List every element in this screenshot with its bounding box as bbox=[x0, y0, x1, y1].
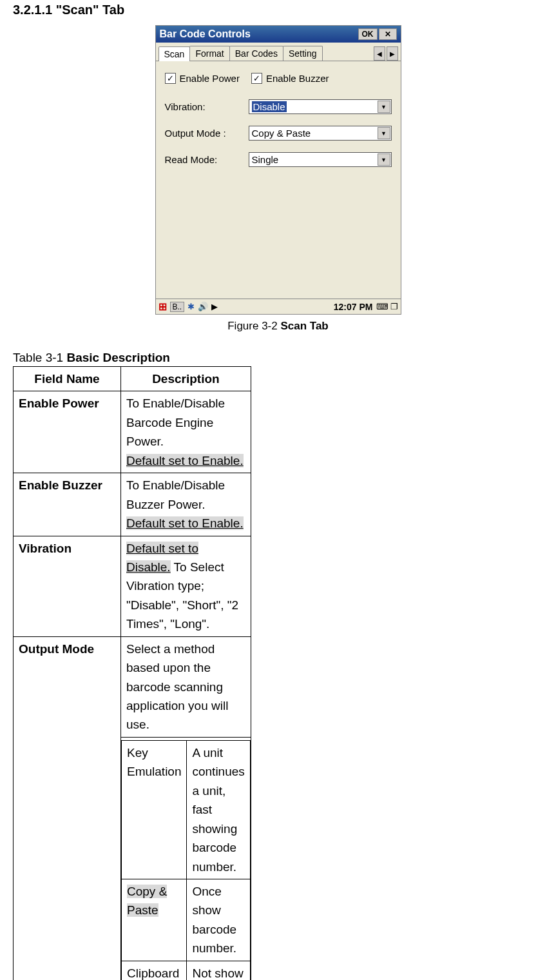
read-mode-label: Read Mode: bbox=[165, 154, 249, 165]
pda-window: Bar Code Controls OK ✕ Scan Format Bar C… bbox=[155, 25, 401, 315]
desc-enable-power: To Enable/Disable Barcode Engine Power. … bbox=[121, 391, 251, 473]
output-mode-row: Output Mode : Copy & Paste ▼ bbox=[165, 126, 392, 141]
table-caption-prefix: Table 3-1 bbox=[13, 351, 66, 364]
tab-scroll-left-icon[interactable]: ◀ bbox=[374, 46, 385, 61]
output-mode-intro: Select a method based upon the barcode s… bbox=[121, 636, 251, 737]
field-vibration: Vibration bbox=[14, 536, 121, 636]
option-row: Key Emulation A unit continues a unit, f… bbox=[122, 740, 251, 879]
tray: ⌨ ❐ bbox=[376, 302, 398, 311]
table-row: Vibration Default set to Disable. To Sel… bbox=[14, 536, 543, 636]
table-row: Output Mode Select a method based upon t… bbox=[14, 636, 543, 737]
checkmark-icon: ✓ bbox=[165, 73, 176, 84]
signal-icon: ▶ bbox=[211, 302, 218, 311]
chevron-down-icon[interactable]: ▼ bbox=[378, 153, 390, 166]
basic-description-table: Field Name Description Enable Power To E… bbox=[13, 366, 543, 980]
tab-bar-codes[interactable]: Bar Codes bbox=[229, 46, 283, 61]
option-row: Clipboard Not show the barcode number. bbox=[122, 961, 251, 980]
col-field-name: Field Name bbox=[14, 367, 121, 391]
keyboard-icon[interactable]: ⌨ bbox=[376, 302, 388, 311]
figure-prefix: Figure 3-2 bbox=[227, 320, 280, 332]
table-row: Enable Buzzer To Enable/Disable Buzzer P… bbox=[14, 473, 543, 536]
output-mode-options-table: Key Emulation A unit continues a unit, f… bbox=[121, 740, 251, 980]
vibration-select[interactable]: Disable ▼ bbox=[249, 99, 392, 114]
option-key-emulation: Key Emulation bbox=[122, 740, 187, 879]
default-highlight: Default set to Enable. bbox=[126, 516, 244, 530]
table-header-row: Field Name Description bbox=[14, 367, 543, 391]
enable-buzzer-label: Enable Buzzer bbox=[266, 73, 329, 84]
table-caption-name: Basic Description bbox=[66, 351, 170, 364]
chevron-down-icon[interactable]: ▼ bbox=[378, 101, 390, 113]
field-output-mode: Output Mode bbox=[14, 636, 121, 980]
figure-name: Scan Tab bbox=[280, 320, 328, 332]
bluetooth-icon: ✱ bbox=[187, 302, 195, 311]
vibration-row: Vibration: Disable ▼ bbox=[165, 99, 392, 114]
tab-strip: Scan Format Bar Codes Setting ◀ ▶ bbox=[156, 43, 401, 61]
windows-tray-icon[interactable]: ❐ bbox=[390, 302, 398, 311]
read-mode-select[interactable]: Single ▼ bbox=[249, 152, 392, 167]
col-description: Description bbox=[121, 367, 251, 391]
figure-caption: Figure 3-2 Scan Tab bbox=[13, 320, 543, 333]
option-copy-paste-desc: Once show barcode number. bbox=[187, 879, 250, 961]
option-clipboard-desc: Not show the barcode number. bbox=[187, 961, 250, 980]
title-bar: Bar Code Controls OK ✕ bbox=[156, 26, 401, 43]
option-row: Copy & Paste Once show barcode number. bbox=[122, 879, 251, 961]
desc-vibration: Default set to Disable. To Select Vibrat… bbox=[121, 536, 251, 636]
option-copy-paste: Copy & Paste bbox=[122, 879, 187, 961]
window-title: Bar Code Controls bbox=[160, 28, 357, 40]
chevron-down-icon[interactable]: ▼ bbox=[378, 127, 390, 139]
table-caption: Table 3-1 Basic Description bbox=[13, 351, 543, 365]
taskbar-app-button[interactable]: B.. bbox=[170, 302, 185, 312]
read-mode-row: Read Mode: Single ▼ bbox=[165, 152, 392, 167]
tab-scroll: ◀ ▶ bbox=[374, 46, 398, 61]
field-enable-power: Enable Power bbox=[14, 391, 121, 473]
tab-settings[interactable]: Setting bbox=[283, 46, 323, 61]
volume-icon: 🔊 bbox=[198, 302, 208, 311]
tab-scroll-right-icon[interactable]: ▶ bbox=[387, 46, 398, 61]
option-clipboard: Clipboard bbox=[122, 961, 187, 980]
field-enable-buzzer: Enable Buzzer bbox=[14, 473, 121, 536]
option-highlight: Copy & Paste bbox=[127, 885, 167, 917]
output-mode-value: Copy & Paste bbox=[252, 128, 311, 139]
close-button[interactable]: ✕ bbox=[379, 28, 397, 40]
read-mode-value: Single bbox=[252, 154, 279, 165]
vibration-label: Vibration: bbox=[165, 101, 249, 112]
vibration-value: Disable bbox=[252, 101, 287, 112]
taskbar: ⊞ B.. ✱ 🔊 ▶ 12:07 PM ⌨ ❐ bbox=[156, 299, 401, 314]
section-heading: 3.2.1.1 "Scan" Tab bbox=[13, 3, 543, 17]
screenshot-figure: Bar Code Controls OK ✕ Scan Format Bar C… bbox=[13, 25, 543, 315]
enable-power-checkbox[interactable]: ✓ Enable Power bbox=[165, 73, 240, 84]
option-key-emulation-desc: A unit continues a unit, fast showing ba… bbox=[187, 740, 250, 879]
ok-button[interactable]: OK bbox=[358, 28, 378, 40]
checkmark-icon: ✓ bbox=[251, 73, 262, 84]
default-highlight: Default set to Enable. bbox=[126, 454, 244, 467]
enable-buzzer-checkbox[interactable]: ✓ Enable Buzzer bbox=[251, 73, 329, 84]
tab-body: ✓ Enable Power ✓ Enable Buzzer Vibration… bbox=[156, 61, 401, 299]
checkbox-row: ✓ Enable Power ✓ Enable Buzzer bbox=[165, 73, 392, 84]
output-mode-options-cell: Key Emulation A unit continues a unit, f… bbox=[121, 737, 251, 980]
table-row: Enable Power To Enable/Disable Barcode E… bbox=[14, 391, 543, 473]
clock: 12:07 PM bbox=[334, 302, 373, 312]
desc-enable-buzzer: To Enable/Disable Buzzer Power. Default … bbox=[121, 473, 251, 536]
desc-text: To Enable/Disable Buzzer Power. bbox=[126, 478, 225, 511]
tab-format[interactable]: Format bbox=[189, 46, 229, 61]
enable-power-label: Enable Power bbox=[180, 73, 240, 84]
output-mode-label: Output Mode : bbox=[165, 128, 249, 139]
start-icon[interactable]: ⊞ bbox=[158, 300, 167, 313]
desc-text: To Enable/Disable Barcode Engine Power. bbox=[126, 397, 225, 448]
output-mode-select[interactable]: Copy & Paste ▼ bbox=[249, 126, 392, 141]
tab-scan[interactable]: Scan bbox=[158, 46, 191, 61]
